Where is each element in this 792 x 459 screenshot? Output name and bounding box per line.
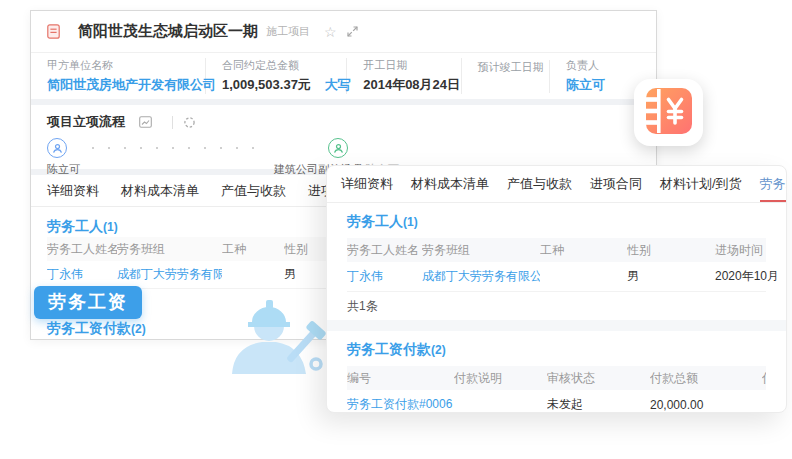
construction-worker-watermark: [224, 294, 332, 380]
contract-amount: 1,009,503.37元: [222, 77, 311, 92]
tab-output-receipts[interactable]: 产值与收款: [221, 182, 286, 200]
info-field-expected-finish-date: 预计竣工日期: [478, 60, 550, 93]
payment-amount: 20,000.00: [650, 398, 762, 412]
owner-link[interactable]: 陈立可: [566, 76, 608, 94]
client-name-link[interactable]: 简阳世茂房地产开发有限公司: [47, 76, 189, 94]
info-field-owner: 负责人 陈立可: [566, 58, 624, 94]
person-icon: [328, 138, 348, 158]
document-icon: [47, 24, 60, 39]
worker-name-link[interactable]: 丁永伟: [47, 266, 117, 283]
tab-material-cost[interactable]: 材料成本清单: [411, 166, 489, 202]
payment-table-header: 编号 付款说明 审核状态 付款总额 付: [347, 366, 766, 390]
flow-title: 项目立项流程: [47, 113, 125, 131]
labor-wage-badge: 劳务工资: [34, 286, 142, 319]
worker-table-header: 劳务工人姓名 劳务班组 工种 性别 进场时间: [347, 238, 766, 262]
table-row[interactable]: 劳务工资付款#0006 未发起 20,000.00: [347, 390, 766, 413]
tab-detail[interactable]: 详细资料: [341, 166, 393, 202]
info-field-start-date: 开工日期 2014年08月24日: [363, 58, 461, 94]
approval-flow-section: 项目立项流程 陈立可: [31, 105, 656, 169]
table-row[interactable]: 丁永伟 成都丁大劳劳务有限公司 男 2020年10月: [347, 262, 766, 292]
payment-section-title: 劳务工资付款(2): [347, 340, 766, 360]
info-field-client: 甲方单位名称 简阳世茂房地产开发有限公司: [47, 58, 206, 94]
refresh-icon[interactable]: [183, 116, 196, 129]
project-title-bar: 简阳世茂生态城启动区一期 施工项目 ☆: [31, 11, 656, 53]
amount-in-words-link[interactable]: 大写: [325, 77, 351, 92]
wage-ledger-float-button[interactable]: [634, 79, 703, 146]
tab-detail[interactable]: 详细资料: [47, 182, 99, 200]
tab-incoming-contracts[interactable]: 进项合同: [590, 166, 642, 202]
worker-team-link[interactable]: 成都丁大劳劳务有限公司: [422, 268, 540, 285]
tab-labor-workers-active[interactable]: 劳务工人: [760, 166, 787, 202]
flow-dotted-connector: [92, 147, 262, 149]
project-title: 简阳世茂生态城启动区一期: [78, 22, 258, 41]
flow-step-initiator[interactable]: 陈立可: [47, 138, 80, 177]
start-date: 2014年08月24日: [363, 76, 444, 94]
project-type-tag: 施工项目: [266, 24, 310, 39]
section-separator: [327, 320, 786, 331]
worker-section-title: 劳务工人(1): [347, 212, 766, 232]
info-field-contract-amount: 合同约定总金额 1,009,503.37元大写: [222, 58, 347, 94]
tab-material-plan[interactable]: 材料计划/到货: [660, 166, 742, 202]
yen-ledger-icon: [645, 87, 693, 139]
person-icon: [47, 138, 67, 158]
payment-record-link[interactable]: 劳务工资付款#0006: [347, 396, 454, 413]
front-tab-bar: 详细资料 材料成本清单 产值与收款 进项合同 材料计划/到货 劳务工人: [327, 166, 786, 203]
worker-team-link[interactable]: 成都丁大劳劳务有限公司: [117, 266, 222, 283]
project-info-row: 甲方单位名称 简阳世茂房地产开发有限公司 合同约定总金额 1,009,503.3…: [31, 53, 656, 99]
icon-divider: [172, 116, 173, 129]
expected-finish-date: [478, 78, 533, 93]
report-icon[interactable]: [139, 116, 152, 128]
row-count-text: 共1条: [347, 292, 766, 320]
labor-worker-panel: 详细资料 材料成本清单 产值与收款 进项合同 材料计划/到货 劳务工人 劳务工人…: [326, 165, 787, 413]
entry-date: 2020年10月: [715, 268, 766, 285]
audit-status: 未发起: [547, 396, 650, 413]
worker-name-link[interactable]: 丁永伟: [347, 268, 422, 285]
tab-output-receipts[interactable]: 产值与收款: [507, 166, 572, 202]
tab-material-cost[interactable]: 材料成本清单: [121, 182, 199, 200]
expand-icon[interactable]: [347, 26, 358, 37]
star-icon[interactable]: ☆: [324, 25, 337, 39]
